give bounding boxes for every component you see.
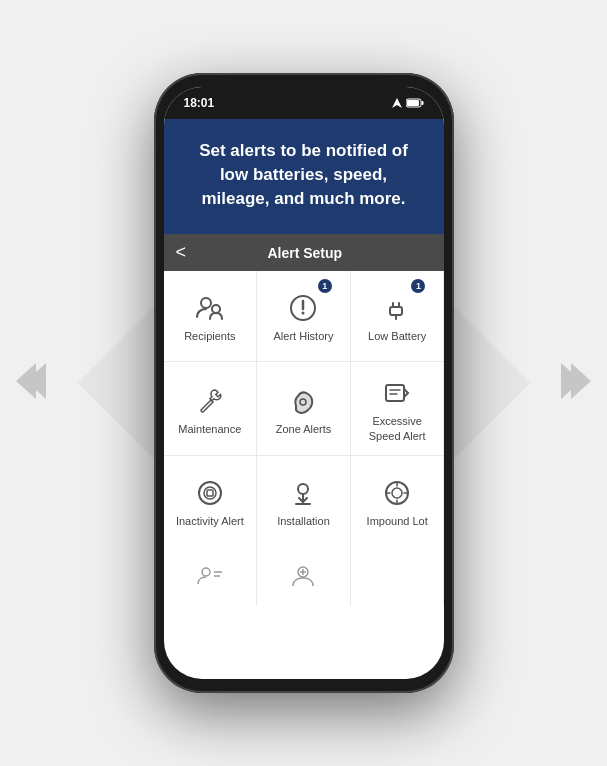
bottom-item-3 [351, 546, 444, 606]
svg-point-21 [199, 482, 221, 504]
grid-item-installation[interactable]: Installation [257, 456, 350, 546]
maintenance-label: Maintenance [178, 422, 241, 436]
alert-grid: Recipients 1 Alert History [164, 271, 444, 546]
grid-item-low-battery[interactable]: 1 Low Battery [351, 271, 444, 361]
inactivity-icon [195, 478, 225, 508]
phone-screen: 18:01 Set alerts to be notified of low b… [164, 87, 444, 679]
svg-marker-4 [392, 98, 402, 108]
zone-alerts-icon [288, 386, 318, 416]
hero-text: Set alerts to be notified of low batteri… [188, 139, 420, 210]
scene: 18:01 Set alerts to be notified of low b… [0, 0, 607, 766]
zone-alerts-label: Zone Alerts [276, 422, 332, 436]
svg-point-8 [201, 298, 211, 308]
grid-item-zone-alerts[interactable]: Zone Alerts [257, 362, 350, 455]
back-button[interactable]: < [176, 242, 187, 263]
low-battery-label: Low Battery [368, 329, 426, 343]
low-battery-badge: 1 [411, 279, 425, 293]
svg-point-9 [212, 305, 220, 313]
bottom-partial-row [164, 546, 444, 606]
bottom-item-1[interactable] [164, 546, 257, 606]
inactivity-label: Inactivity Alert [176, 514, 244, 528]
svg-marker-1 [16, 363, 36, 399]
alert-history-label: Alert History [274, 329, 334, 343]
nav-arrow-left[interactable] [10, 357, 58, 409]
recipients-icon [195, 293, 225, 323]
impound-icon [382, 478, 412, 508]
svg-point-28 [202, 568, 210, 576]
status-icons [392, 98, 424, 108]
installation-label: Installation [277, 514, 330, 528]
svg-rect-7 [407, 100, 419, 106]
svg-rect-23 [207, 490, 213, 496]
hero-section: Set alerts to be notified of low batteri… [164, 119, 444, 234]
grid-item-impound[interactable]: Impound Lot [351, 456, 444, 546]
grid-item-maintenance[interactable]: Maintenance [164, 362, 257, 455]
alert-history-badge: 1 [318, 279, 332, 293]
grid-item-inactivity[interactable]: Inactivity Alert [164, 456, 257, 546]
alert-history-icon [288, 293, 318, 323]
status-bar: 18:01 [164, 87, 444, 119]
svg-rect-13 [390, 307, 402, 315]
svg-point-24 [298, 484, 308, 494]
svg-rect-18 [386, 385, 404, 401]
svg-point-12 [302, 312, 305, 315]
maintenance-icon [195, 386, 225, 416]
grid-item-alert-history[interactable]: 1 Alert History [257, 271, 350, 361]
status-time: 18:01 [184, 96, 215, 110]
svg-point-22 [204, 487, 216, 499]
excessive-speed-icon [382, 378, 412, 408]
notch [259, 87, 349, 109]
installation-icon [288, 478, 318, 508]
grid-item-excessive-speed[interactable]: Excessive Speed Alert [351, 362, 444, 455]
bottom-item-2[interactable] [257, 546, 350, 606]
svg-marker-3 [571, 363, 591, 399]
phone-shell: 18:01 Set alerts to be notified of low b… [154, 73, 454, 693]
recipients-label: Recipients [184, 329, 235, 343]
impound-label: Impound Lot [367, 514, 428, 528]
svg-rect-6 [421, 101, 423, 105]
svg-point-27 [392, 488, 402, 498]
low-battery-icon [382, 293, 412, 323]
grid-item-recipients[interactable]: Recipients [164, 271, 257, 361]
nav-arrow-right[interactable] [549, 357, 597, 409]
nav-title: Alert Setup [194, 245, 415, 261]
excessive-speed-label: Excessive Speed Alert [359, 414, 436, 443]
nav-bar: < Alert Setup [164, 234, 444, 271]
